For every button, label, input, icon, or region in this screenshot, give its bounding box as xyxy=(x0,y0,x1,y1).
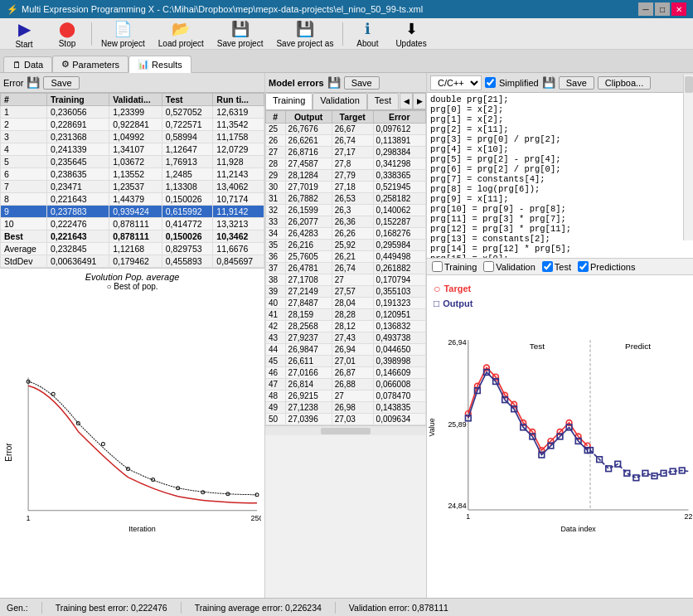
tab-data[interactable]: 🗒 Data xyxy=(3,56,52,72)
error-table-row[interactable]: 50,2356451,036721,7691311,928 xyxy=(1,156,264,168)
model-cell-error: 0,078470 xyxy=(373,390,425,402)
model-table-row[interactable]: 3226,159926,30,140062 xyxy=(266,205,426,216)
error-table-row[interactable]: 30,2313681,049920,5899411,1758 xyxy=(1,131,264,143)
predictions-checkbox[interactable] xyxy=(578,261,589,272)
error-cell-id: 9 xyxy=(1,206,47,218)
model-cell-num: 35 xyxy=(266,240,286,251)
predictions-checkbox-text: Predictions xyxy=(590,262,635,272)
model-table-row[interactable]: 2626,626126,740,113891 xyxy=(266,135,426,147)
start-button[interactable]: ▶ Start xyxy=(3,17,45,51)
model-cell-target: 27,43 xyxy=(332,332,373,344)
error-table-row[interactable]: Average0,2328451,121680,82975311,6676 xyxy=(1,243,264,255)
simplified-checkbox[interactable] xyxy=(485,77,496,88)
stop-button[interactable]: ⬤ Stop xyxy=(46,17,88,51)
model-table-row[interactable]: 2726,871627,170,298384 xyxy=(266,147,426,158)
model-cell-error: 0,113891 xyxy=(373,135,425,147)
model-cell-num: 36 xyxy=(266,251,286,263)
model-table-row[interactable]: 3927,214927,570,355103 xyxy=(266,286,426,298)
model-table-row[interactable]: 2827,458727,80,341298 xyxy=(266,158,426,170)
error-table-row[interactable]: 40,2413391,341071,1264712,0729 xyxy=(1,143,264,156)
test-checkbox-label[interactable]: Test xyxy=(542,261,571,272)
training-checkbox[interactable] xyxy=(432,261,443,272)
model-table-row[interactable]: 3426,428326,260,168276 xyxy=(266,228,426,240)
predict-section-label: Predict xyxy=(625,342,651,351)
code-area: double prg[21];prg[0] = x[2];prg[1] = x[… xyxy=(427,93,693,259)
model-cell-output: 27,1238 xyxy=(285,402,332,414)
error-table-row[interactable]: 80,2216431,443790,15002610,7174 xyxy=(1,193,264,206)
error-table-row[interactable]: 10,2360561,233990,52705212,6319 xyxy=(1,106,264,119)
code-scrollbar[interactable] xyxy=(683,75,693,240)
model-tab-training[interactable]: Training xyxy=(265,93,313,109)
model-table-row[interactable]: 3726,478126,740,261882 xyxy=(266,263,426,274)
error-cell-training: 0,241339 xyxy=(46,143,109,156)
model-table-row[interactable]: 4027,848728,040,191323 xyxy=(266,298,426,309)
model-table-row[interactable]: 4526,61127,010,398998 xyxy=(266,356,426,367)
about-button[interactable]: ℹ About xyxy=(346,17,388,51)
maximize-button[interactable]: □ xyxy=(655,2,670,16)
model-table-container[interactable]: # Output Target Error 2526,767626,670,09… xyxy=(265,110,426,598)
model-table-row[interactable]: 4327,923727,430,493738 xyxy=(266,332,426,344)
tab-results[interactable]: 📊 Results xyxy=(128,56,191,73)
model-cell-output: 27,0166 xyxy=(285,367,332,379)
minimize-button[interactable]: ─ xyxy=(638,2,653,16)
x-axis-label: Iteration xyxy=(128,525,156,533)
error-table-row[interactable]: 60,2386351,135521,248511,2143 xyxy=(1,168,264,181)
load-project-button[interactable]: 📂 Load project xyxy=(153,17,210,51)
model-table-row[interactable]: 3126,788226,530,258182 xyxy=(266,193,426,205)
error-table-row[interactable]: 100,2224760,8781110,41477213,3213 xyxy=(1,218,264,230)
training-checkbox-label[interactable]: Training xyxy=(432,261,477,272)
clipboard-button[interactable]: Clipboa... xyxy=(598,76,651,90)
model-table-header: # Output Target Error xyxy=(266,111,426,124)
new-project-button[interactable]: 📄 New project xyxy=(95,17,151,51)
model-save-button[interactable]: Save xyxy=(344,76,380,90)
error-save-button[interactable]: Save xyxy=(43,76,79,90)
model-table-row[interactable]: 3326,207726,360,152287 xyxy=(266,216,426,228)
scroll-right-arrow[interactable]: ▶ xyxy=(413,93,426,109)
test-checkbox[interactable] xyxy=(542,261,553,272)
error-cell-validation: 1,34107 xyxy=(109,143,162,156)
code-save-button[interactable]: Save xyxy=(559,76,594,90)
language-select[interactable]: C/C++ xyxy=(430,75,482,90)
code-scroll-thumb[interactable] xyxy=(685,76,693,93)
model-table-row[interactable]: 3526,21625,920,295984 xyxy=(266,240,426,251)
model-table-row[interactable]: 5027,039627,030,009634 xyxy=(266,414,426,425)
model-table-row[interactable]: 4627,016626,870,146609 xyxy=(266,367,426,379)
model-table-row[interactable]: 2928,128427,790,338365 xyxy=(266,170,426,182)
model-tab-test[interactable]: Test xyxy=(367,93,399,109)
error-table-row[interactable]: 20,2286910,9228410,72257111,3542 xyxy=(1,119,264,131)
error-table-row[interactable]: StdDev0,006364910,1794620,4558930,845697 xyxy=(1,255,264,268)
model-table-row[interactable]: 4826,9215270,078470 xyxy=(266,390,426,402)
model-cell-output: 28,2568 xyxy=(285,321,332,332)
tab-parameters[interactable]: ⚙ Parameters xyxy=(52,56,128,72)
error-table-row[interactable]: 70,234711,235371,1330813,4062 xyxy=(1,181,264,193)
model-table-row[interactable]: 3827,1708270,170794 xyxy=(266,274,426,286)
scroll-thumb[interactable] xyxy=(321,428,371,434)
model-table-row[interactable]: 4927,123826,980,143835 xyxy=(266,402,426,414)
close-button[interactable]: ✕ xyxy=(671,2,686,16)
updates-button[interactable]: ⬇ Updates xyxy=(390,17,432,51)
error-table-row[interactable]: 90,2378830,9394240,61599211,9142 xyxy=(1,206,264,218)
model-cell-num: 47 xyxy=(266,379,286,390)
model-table-row[interactable]: 3625,760526,210,449498 xyxy=(266,251,426,263)
scroll-left-arrow[interactable]: ◀ xyxy=(400,93,413,109)
model-table-row[interactable]: 4426,984726,940,044650 xyxy=(266,344,426,356)
save-project-button[interactable]: 💾 Save project xyxy=(211,17,269,51)
model-cell-num: 43 xyxy=(266,332,286,344)
predictions-checkbox-label[interactable]: Predictions xyxy=(578,261,635,272)
model-cell-output: 26,8716 xyxy=(285,147,332,158)
mt-col-target: Target xyxy=(332,111,373,124)
model-cell-target: 26,87 xyxy=(332,367,373,379)
validation-checkbox-label[interactable]: Validation xyxy=(483,261,536,272)
save-as-button[interactable]: 💾 Save project as xyxy=(270,17,339,51)
model-cell-target: 27,01 xyxy=(332,356,373,367)
validation-checkbox[interactable] xyxy=(483,261,494,272)
model-cell-error: 0,168276 xyxy=(373,228,425,240)
model-tab-validation[interactable]: Validation xyxy=(313,93,367,109)
model-table-row[interactable]: 4726,81426,880,066008 xyxy=(266,379,426,390)
model-table-row[interactable]: 4128,15928,280,120951 xyxy=(266,309,426,321)
model-table-row[interactable]: 4228,256828,120,136832 xyxy=(266,321,426,332)
error-table-row[interactable]: Best0,2216430,8781110,15002610,3462 xyxy=(1,230,264,243)
saveas-label: Save project as xyxy=(276,39,333,48)
model-table-row[interactable]: 2526,767626,670,097612 xyxy=(266,124,426,135)
model-table-row[interactable]: 3027,701927,180,521945 xyxy=(266,182,426,193)
